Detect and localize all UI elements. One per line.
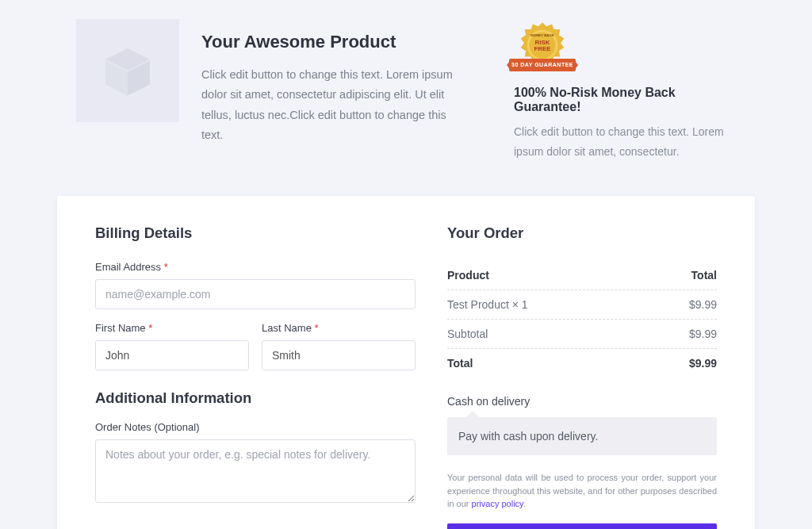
box-icon [100, 43, 155, 98]
svg-text:FREE: FREE [534, 45, 550, 52]
subtotal-label: Subtotal [447, 328, 488, 340]
payment-method-label: Cash on delivery [447, 395, 717, 408]
subtotal-value: $9.99 [689, 328, 717, 340]
order-notes-field[interactable] [95, 439, 416, 503]
total-label: Total [447, 357, 473, 370]
privacy-text: Your personal data will be used to proce… [447, 471, 717, 511]
order-line-row: Test Product × 1 $9.99 [447, 290, 717, 320]
email-label: Email Address * [95, 261, 416, 273]
first-name-label: First Name * [95, 322, 249, 334]
email-field[interactable] [95, 279, 416, 309]
first-name-field[interactable] [95, 340, 249, 370]
guarantee-badge: MONEY BACK RISK FREE 30 DAY GUARANTEE [514, 19, 571, 76]
checkout-card: Billing Details Email Address * First Na… [57, 196, 755, 529]
order-notes-label: Order Notes (Optional) [95, 421, 416, 433]
guarantee-text: Click edit button to change this text. L… [514, 122, 736, 161]
line-total: $9.99 [689, 298, 717, 311]
col-total: Total [691, 269, 717, 282]
privacy-policy-link[interactable]: privacy policy [472, 499, 523, 508]
order-header-row: Product Total [447, 261, 717, 290]
last-name-field[interactable] [262, 340, 416, 370]
col-product: Product [447, 269, 489, 282]
total-value: $9.99 [689, 357, 717, 370]
additional-heading: Additional Information [95, 389, 416, 407]
line-item: Test Product × 1 [447, 298, 528, 311]
order-subtotal-row: Subtotal $9.99 [447, 320, 717, 349]
badge-ribbon: 30 DAY GUARANTEE [509, 59, 576, 71]
billing-heading: Billing Details [95, 224, 416, 242]
guarantee-title: 100% No-Risk Money Back Guarantee! [514, 86, 736, 114]
product-description: Click edit button to change this text. L… [201, 65, 466, 146]
order-heading: Your Order [447, 224, 717, 242]
product-image-placeholder [76, 19, 179, 122]
last-name-label: Last Name * [262, 322, 416, 334]
payment-description: Pay with cash upon delivery. [447, 417, 717, 455]
svg-text:MONEY BACK: MONEY BACK [530, 33, 554, 37]
place-order-button[interactable]: PLACE ORDER [447, 523, 717, 530]
order-total-row: Total $9.99 [447, 349, 717, 378]
product-title: Your Awesome Product [201, 32, 466, 52]
